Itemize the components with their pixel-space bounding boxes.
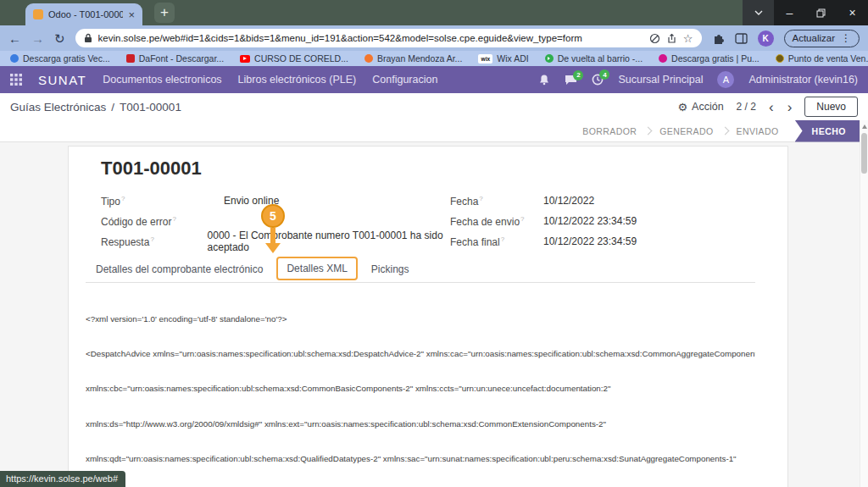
site-favicon-icon — [776, 54, 784, 63]
record-title: T001-00001 — [101, 158, 755, 179]
chevron-down-icon — [754, 10, 763, 15]
bookmark-item[interactable]: Punto de venta Ven... — [776, 53, 868, 64]
new-record-button[interactable]: Nuevo — [804, 97, 858, 117]
window-menu-button[interactable] — [743, 0, 774, 25]
breadcrumb-parent[interactable]: Guías Electrónicas — [10, 101, 106, 113]
field-fecha-final-value: 10/12/2022 23:34:59 — [543, 235, 637, 247]
bookmark-item[interactable]: wixWix ADI — [478, 53, 528, 64]
status-step-enviado[interactable]: ENVIADO — [726, 126, 790, 136]
status-step-generado[interactable]: GENERADO — [648, 126, 724, 136]
bookmark-item[interactable]: CURSO DE CORELD... — [240, 53, 348, 64]
field-fecha-final: Fecha final? 10/12/2022 23:34:59 — [450, 231, 755, 252]
help-icon: ? — [520, 215, 524, 223]
notebook-tabs: Detalles del comprobante electrónico Det… — [86, 257, 755, 283]
link-status-tooltip: https://kevin.solse.pe/web# — [0, 471, 125, 487]
bookmark-item[interactable]: Brayan Mendoza Ar... — [364, 53, 462, 64]
bookmark-item[interactable]: Descarga gratis Vec... — [10, 53, 110, 64]
browser-toolbar: ← → ↻ kevin.solse.pe/web#id=1&cids=1&bid… — [0, 25, 868, 51]
browser-titlebar: Odoo - T001-00001 × + – × — [0, 0, 868, 25]
tab-pickings[interactable]: Pickings — [361, 257, 420, 282]
help-icon: ? — [479, 195, 482, 202]
dafont-favicon-icon — [126, 54, 135, 63]
annotation-arrow — [270, 228, 275, 244]
breadcrumb-current: T001-00001 — [120, 101, 181, 113]
activities-button[interactable]: 4 — [592, 74, 604, 86]
odoo-favicon-icon — [33, 9, 43, 19]
site-favicon-icon — [659, 54, 667, 63]
scroll-up-icon[interactable] — [862, 125, 867, 129]
restore-icon — [816, 8, 826, 18]
messages-badge: 2 — [573, 70, 583, 80]
browser-tab[interactable]: Odoo - T001-00001 × — [25, 3, 142, 25]
menu-documentos-electronicos[interactable]: Documentos electronicos — [103, 74, 221, 86]
bookmark-item[interactable]: De vuelta al barrio -... — [545, 53, 643, 64]
help-icon: ? — [150, 235, 153, 243]
lock-icon — [84, 33, 92, 43]
tab-title: Odoo - T001-00001 — [48, 9, 123, 19]
bookmark-star-icon[interactable]: ☆ — [683, 32, 693, 45]
user-avatar[interactable]: A — [717, 71, 734, 88]
activities-badge: 4 — [599, 69, 609, 80]
url-text[interactable]: kevin.solse.pe/web#id=1&cids=1&bids=1&me… — [98, 33, 643, 43]
vecteezy-favicon-icon — [10, 54, 19, 63]
page-insights-icon[interactable] — [649, 33, 660, 44]
company-switcher[interactable]: Sucursal Principal — [618, 74, 703, 86]
site-favicon-icon — [364, 54, 373, 63]
restore-button[interactable] — [805, 0, 837, 25]
update-chrome-label: Actualizar — [793, 33, 836, 43]
tab-detalles-xml[interactable]: Detalles XML — [276, 257, 357, 280]
menu-libros-electronicos[interactable]: Libros electrónicos (PLE) — [238, 74, 357, 86]
bookmark-item[interactable]: DaFont - Descargar... — [126, 53, 224, 64]
app-brand[interactable]: SUNAT — [38, 73, 86, 87]
field-respuesta-value: 0000 - El Comprobante numero T001-00001 … — [208, 230, 450, 253]
statusbar: BORRADOR GENERADO ENVIADO HECHO — [0, 120, 868, 142]
announcement-icon[interactable] — [538, 74, 550, 86]
tab-detalles-comprobante[interactable]: Detalles del comprobante electrónico — [86, 257, 273, 282]
help-icon: ? — [501, 235, 504, 243]
field-fecha-value: 10/12/2022 — [543, 195, 594, 207]
scrollbar-thumb[interactable] — [861, 133, 867, 174]
bookmark-item[interactable]: Descarga gratis | Pu... — [659, 53, 760, 64]
bookmarks-bar: Descarga gratis Vec... DaFont - Descarga… — [0, 51, 868, 66]
help-icon: ? — [121, 195, 125, 202]
url-bar[interactable]: kevin.solse.pe/web#id=1&cids=1&bids=1&me… — [75, 29, 702, 47]
field-fecha-envio-value: 10/12/2022 23:34:59 — [543, 215, 637, 227]
status-step-hecho-active[interactable]: HECHO — [795, 120, 860, 142]
new-tab-button[interactable]: + — [154, 3, 175, 23]
pager-next-button[interactable]: › — [787, 100, 793, 114]
browser-profile-avatar[interactable]: K — [758, 30, 774, 47]
reload-button[interactable]: ↻ — [54, 32, 65, 45]
menu-configuracion[interactable]: Configuracion — [372, 74, 437, 86]
breadcrumb: Guías Electrónicas / T001-00001 — [10, 101, 181, 113]
breadcrumb-separator: / — [111, 101, 114, 113]
xml-content: <?xml version='1.0' encoding='utf-8' sta… — [86, 290, 755, 487]
user-menu[interactable]: Administrator (kevin16) — [748, 74, 858, 86]
minimize-button[interactable]: – — [774, 0, 805, 25]
tab-close-icon[interactable]: × — [128, 9, 135, 20]
side-panel-icon[interactable] — [735, 33, 748, 44]
forward-button[interactable]: → — [31, 32, 44, 45]
pager-previous-button[interactable]: ‹ — [769, 100, 774, 114]
status-step-borrador[interactable]: BORRADOR — [571, 126, 648, 136]
window-controls: – × — [743, 0, 868, 25]
extensions-icon[interactable] — [712, 32, 725, 45]
app-navbar: SUNAT Documentos electronicos Libros ele… — [0, 66, 868, 93]
vertical-scrollbar[interactable] — [860, 120, 868, 487]
control-panel: Guías Electrónicas / T001-00001 ⚙ Acción… — [0, 93, 868, 120]
browser-menu-icon[interactable]: ⋮ — [841, 32, 851, 44]
apps-grid-icon[interactable] — [10, 74, 22, 86]
messages-button[interactable]: 2 — [565, 75, 577, 86]
youtube-favicon-icon — [240, 55, 250, 63]
form-view: T001-00001 Tipo? Envio online Código de … — [0, 142, 868, 487]
form-sheet: T001-00001 Tipo? Envio online Código de … — [68, 146, 788, 487]
close-window-button[interactable]: × — [837, 0, 868, 25]
field-fecha: Fecha? 10/12/2022 — [450, 191, 755, 211]
share-icon[interactable] — [666, 33, 677, 44]
wix-favicon-icon: wix — [478, 54, 492, 64]
gear-icon: ⚙ — [677, 101, 687, 113]
action-menu-button[interactable]: ⚙ Acción — [677, 101, 723, 113]
pager-count: 2 / 2 — [737, 101, 756, 113]
update-chrome-button[interactable]: Actualizar ⋮ — [784, 30, 860, 47]
back-button[interactable]: ← — [8, 32, 21, 45]
help-icon: ? — [172, 215, 175, 223]
